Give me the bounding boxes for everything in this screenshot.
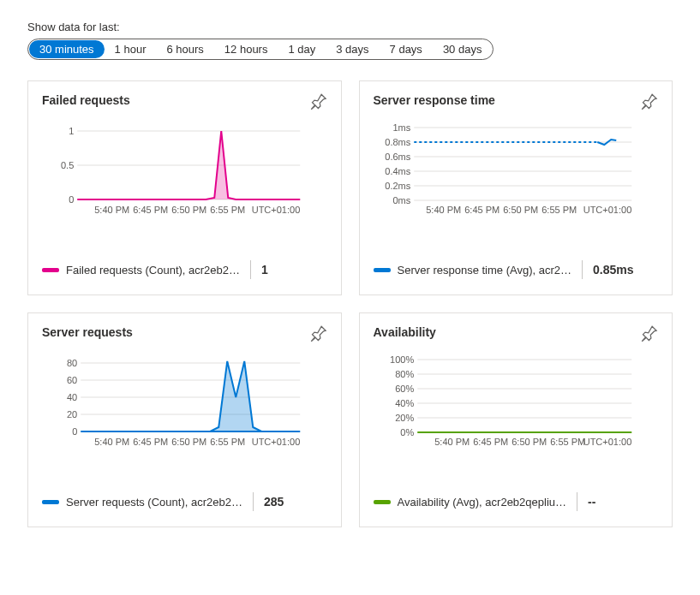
chart-server-requests: 80 60 40 20 0 5:40 PM 6:45 PM 6:50 PM 6:… [42,346,327,466]
svg-text:1: 1 [69,126,74,136]
svg-text:6:55 PM: 6:55 PM [541,205,577,215]
chart-availability: 100% 80% 60% 40% 20% 0% 5:40 PM 6:45 PM … [374,346,659,466]
svg-text:6:55 PM: 6:55 PM [210,437,245,447]
legend-text: Availability (Avg), acr2eb2qepliu… [398,496,567,509]
svg-text:6:45 PM: 6:45 PM [133,437,168,447]
time-range-selector: 30 minutes 1 hour 6 hours 12 hours 1 day… [27,39,494,60]
legend-swatch [42,268,59,272]
svg-text:0.4ms: 0.4ms [385,166,410,176]
time-range-label: Show data for last: [27,21,673,33]
legend-value: -- [588,495,595,509]
time-pill-1day[interactable]: 1 day [278,40,326,58]
card-title: Server response time [374,93,495,107]
svg-text:1ms: 1ms [392,122,410,133]
svg-text:80: 80 [67,358,77,368]
card-title: Server requests [42,325,133,339]
legend: Availability (Avg), acr2eb2qepliu… -- [374,492,659,511]
svg-text:6:45 PM: 6:45 PM [473,437,508,447]
svg-text:40: 40 [67,392,77,402]
time-pill-1hour[interactable]: 1 hour [105,40,157,58]
card-title: Availability [374,325,436,339]
svg-text:6:50 PM: 6:50 PM [512,437,547,447]
chart-failed-requests: 1 0.5 0 5:40 PM 6:45 PM 6:50 PM 6:55 PM … [42,114,327,234]
pin-icon[interactable] [310,93,327,110]
svg-text:0.2ms: 0.2ms [385,181,410,191]
svg-text:5:40 PM: 5:40 PM [434,437,470,447]
pin-icon[interactable] [641,93,658,110]
card-title: Failed requests [42,93,130,107]
legend: Server requests (Count), acr2eb2… 285 [42,492,327,511]
time-pill-30min[interactable]: 30 minutes [29,40,105,58]
time-pill-3days[interactable]: 3 days [326,40,379,58]
svg-text:6:45 PM: 6:45 PM [464,205,500,215]
svg-text:0ms: 0ms [392,195,410,205]
legend: Server response time (Avg), acr2… 0.85ms [374,260,659,279]
chart-server-response-time: 1ms 0.8ms 0.6ms 0.4ms 0.2ms 0ms 5:40 PM … [374,114,659,234]
svg-text:UTC+01:00: UTC+01:00 [583,205,631,215]
pin-icon[interactable] [641,325,658,342]
card-failed-requests: Failed requests 1 0.5 0 5:40 PM 6:45 PM … [27,80,342,295]
svg-text:UTC+01:00: UTC+01:00 [252,205,301,215]
legend-text: Failed requests (Count), acr2eb2… [66,264,240,277]
svg-text:20: 20 [67,409,77,419]
legend-swatch [42,500,59,504]
svg-text:0: 0 [72,426,77,437]
legend-value: 0.85ms [593,263,633,277]
legend-text: Server response time (Avg), acr2… [398,264,572,277]
svg-text:0.5: 0.5 [61,160,74,170]
svg-text:6:55 PM: 6:55 PM [550,437,585,447]
svg-text:0%: 0% [400,427,414,437]
svg-text:6:50 PM: 6:50 PM [171,205,206,215]
svg-text:5:40 PM: 5:40 PM [426,205,461,215]
card-server-response-time: Server response time 1ms 0.8ms 0.6ms 0.4… [359,80,673,295]
svg-text:6:45 PM: 6:45 PM [133,205,168,215]
svg-text:80%: 80% [395,369,414,379]
svg-text:60: 60 [67,375,77,385]
svg-text:6:50 PM: 6:50 PM [171,437,206,447]
card-server-requests: Server requests 80 60 40 20 0 5:40 PM 6:… [27,312,342,527]
svg-text:0.6ms: 0.6ms [385,152,410,162]
legend-swatch [374,500,391,504]
svg-text:0.8ms: 0.8ms [385,137,410,147]
svg-text:UTC+01:00: UTC+01:00 [583,437,631,447]
time-pill-7days[interactable]: 7 days [380,40,433,58]
svg-text:5:40 PM: 5:40 PM [94,437,129,447]
svg-text:20%: 20% [395,413,414,423]
svg-text:0: 0 [69,194,74,205]
legend: Failed requests (Count), acr2eb2… 1 [42,260,327,279]
time-pill-30days[interactable]: 30 days [433,40,493,58]
time-pill-12hours[interactable]: 12 hours [214,40,278,58]
legend-swatch [374,268,391,272]
svg-text:6:55 PM: 6:55 PM [210,205,245,215]
svg-text:UTC+01:00: UTC+01:00 [252,437,301,447]
svg-text:100%: 100% [390,354,414,365]
svg-text:40%: 40% [395,398,414,408]
pin-icon[interactable] [310,325,327,342]
time-pill-6hours[interactable]: 6 hours [156,40,213,58]
svg-text:6:50 PM: 6:50 PM [503,205,538,215]
svg-text:5:40 PM: 5:40 PM [94,205,129,215]
card-availability: Availability 100% 80% 60% 40% 20% 0% 5:4… [359,312,673,527]
legend-value: 285 [264,495,284,509]
legend-text: Server requests (Count), acr2eb2… [66,496,242,509]
svg-text:60%: 60% [395,384,414,394]
legend-value: 1 [261,263,268,277]
